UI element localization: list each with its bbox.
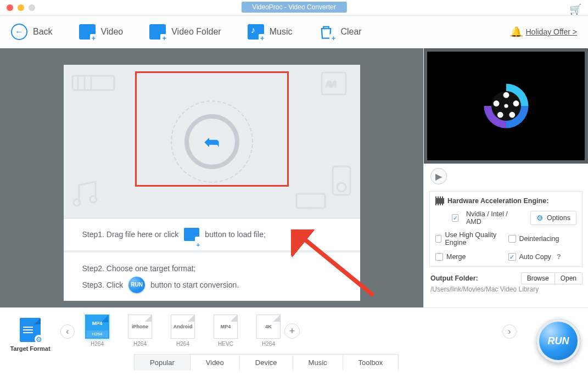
tab-toolbox[interactable]: Toolbox — [343, 354, 399, 371]
step3-text-a: Step3. Click — [82, 277, 124, 293]
high-quality-label: Use High Quality Engine — [445, 231, 503, 246]
options-label: Options — [547, 214, 570, 222]
bell-icon: 🔔 — [510, 26, 522, 38]
mini-run-icon: RUN — [128, 277, 145, 293]
add-music-label: Music — [270, 27, 293, 37]
tab-popular[interactable]: Popular — [134, 354, 191, 371]
browse-button[interactable]: Browse — [521, 272, 555, 284]
ghost-ipod-icon — [329, 164, 354, 199]
open-button[interactable]: Open — [555, 272, 583, 284]
add-video-label: Video — [101, 27, 124, 37]
target-format-icon[interactable] — [20, 318, 41, 342]
tab-video[interactable]: Video — [190, 354, 240, 371]
deinterlacing-checkbox[interactable] — [508, 235, 516, 243]
svg-rect-8 — [333, 166, 350, 195]
drop-zone[interactable]: AVI ➦ — [64, 65, 360, 218]
target-format-label: Target Format — [0, 345, 60, 352]
add-music-button[interactable]: Music — [248, 24, 293, 40]
back-button[interactable]: ← Back — [11, 24, 53, 40]
add-video-folder-label: Video Folder — [171, 27, 221, 37]
run-button[interactable]: RUN — [536, 319, 580, 363]
ghost-avi-icon: AVI — [320, 70, 352, 100]
step2-text: Step2. Choose one target format; — [82, 260, 196, 277]
hw-title: Hardware Acceleration Engine: — [447, 197, 548, 205]
annotation-box — [135, 71, 289, 187]
chip-icon — [435, 198, 444, 204]
step1-text-b: button to load file; — [205, 226, 266, 243]
svg-rect-10 — [296, 194, 325, 208]
back-label: Back — [33, 27, 53, 37]
tab-device[interactable]: Device — [239, 354, 293, 371]
zoom-window-button — [29, 4, 35, 11]
close-window-button[interactable] — [7, 4, 13, 11]
format-iphone-h264[interactable]: iPhoneH264 — [124, 315, 156, 347]
preview-area — [424, 48, 588, 164]
format-android-h264[interactable]: AndroidH264 — [167, 315, 199, 347]
tab-music[interactable]: Music — [293, 354, 343, 371]
step1-text-a: Step1. Drag file here or click — [82, 226, 179, 243]
svg-point-19 — [504, 104, 508, 108]
ghost-display-icon — [294, 192, 327, 216]
high-quality-checkbox[interactable] — [435, 235, 441, 243]
clear-label: Clear — [340, 27, 361, 37]
add-format-button[interactable]: + — [284, 323, 300, 339]
output-folder-label: Output Folder: — [430, 274, 478, 282]
back-arrow-icon: ← — [11, 24, 27, 40]
music-plus-icon — [248, 24, 264, 40]
minimize-window-button[interactable] — [18, 4, 24, 11]
format-mp4-hevc[interactable]: MP4HEVC — [210, 315, 242, 347]
svg-point-9 — [337, 183, 346, 192]
format-mp4-h264[interactable]: MP4H264H264 — [81, 315, 113, 347]
svg-text:AVI: AVI — [326, 81, 336, 88]
auto-copy-help-icon[interactable]: ? — [557, 253, 561, 261]
svg-point-16 — [509, 112, 515, 118]
formats-next-button[interactable]: › — [502, 324, 517, 339]
trash-icon — [318, 24, 335, 40]
svg-point-17 — [497, 112, 503, 118]
deinterlacing-label: Deinterlacing — [519, 235, 559, 243]
gear-icon: ⚙ — [536, 214, 544, 222]
auto-copy-label: Auto Copy — [519, 253, 551, 261]
ghost-music-icon — [69, 178, 102, 214]
merge-label: Merge — [446, 253, 466, 261]
auto-copy-checkbox[interactable] — [508, 253, 516, 261]
ghost-filmstrip-icon — [71, 75, 115, 99]
svg-point-18 — [493, 100, 499, 106]
add-video-folder-button[interactable]: Video Folder — [149, 24, 221, 40]
svg-point-15 — [513, 100, 519, 106]
add-video-button[interactable]: Video — [79, 24, 124, 40]
cart-icon[interactable]: 🛒 — [569, 3, 581, 15]
format-4k-h264[interactable]: 4KH264 — [253, 315, 284, 347]
options-button[interactable]: ⚙ Options — [530, 211, 576, 225]
nvidia-intel-amd-label: Nvidia / Intel / AMD — [466, 210, 515, 226]
holiday-offer-link[interactable]: 🔔 Holiday Offer > — [510, 26, 577, 38]
step3-text-b: button to start conversion. — [150, 277, 239, 293]
merge-checkbox[interactable] — [435, 253, 443, 261]
video-plus-icon — [79, 24, 96, 40]
folder-plus-icon — [149, 24, 166, 40]
logo-reel-icon — [481, 81, 531, 131]
play-button[interactable]: ▶ — [430, 168, 447, 184]
holiday-offer-label: Holiday Offer > — [525, 27, 577, 36]
nvidia-intel-amd-checkbox[interactable] — [452, 214, 458, 222]
mini-video-plus-icon — [184, 228, 199, 241]
output-folder-path: /Users/link/Movies/Mac Video Library — [424, 285, 588, 299]
svg-point-14 — [503, 92, 509, 98]
hardware-accel-panel: Hardware Acceleration Engine: Nvidia / I… — [429, 191, 583, 267]
window-title: VideoProc - Video Converter — [241, 2, 346, 13]
clear-button[interactable]: Clear — [318, 24, 361, 40]
formats-prev-button[interactable]: ‹ — [60, 324, 75, 339]
